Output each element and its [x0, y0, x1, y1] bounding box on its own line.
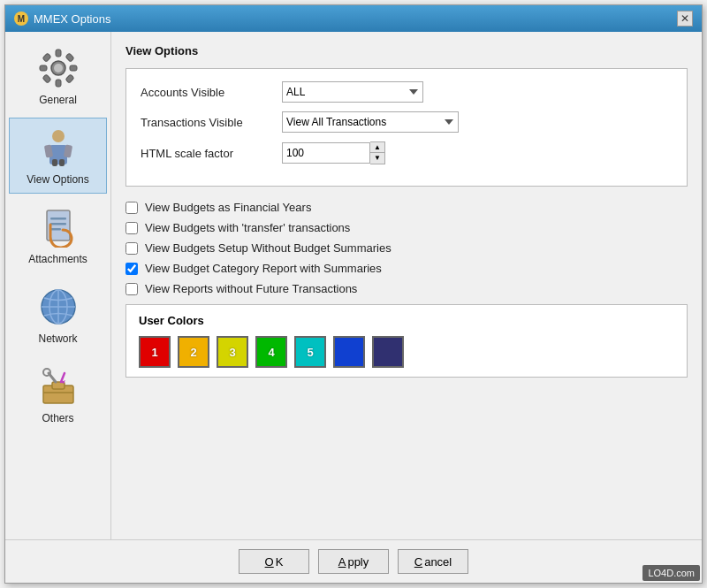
svg-rect-5	[42, 53, 51, 62]
sidebar-item-general[interactable]: General	[9, 38, 107, 114]
svg-rect-7	[42, 74, 51, 83]
user-colors-title: User Colors	[139, 314, 674, 327]
color-swatch-1[interactable]: 1	[139, 336, 171, 368]
sidebar-item-view-options-label: View Options	[27, 173, 88, 186]
view-options-icon	[36, 126, 80, 170]
window-title: MMEX Options	[34, 12, 110, 26]
svg-rect-18	[50, 223, 66, 225]
sidebar-item-general-label: General	[39, 94, 77, 106]
sidebar: General View Options	[5, 32, 111, 539]
content-area: View Options Accounts Visible ALL Open C…	[111, 32, 702, 539]
accounts-visible-row: Accounts Visible ALL Open Closed	[141, 81, 673, 103]
sidebar-item-view-options[interactable]: View Options	[9, 118, 107, 194]
user-colors-box: User Colors 1 2 3 4 5	[125, 304, 688, 378]
svg-point-10	[52, 130, 65, 142]
html-scale-row: HTML scale factor ▲ ▼	[141, 141, 673, 164]
sidebar-item-network-label: Network	[38, 332, 77, 345]
svg-line-29	[61, 373, 65, 382]
color-swatch-2[interactable]: 2	[178, 336, 209, 368]
cancel-rest: ancel	[424, 555, 452, 569]
checkboxes-section: View Budgets as Financial Years View Bud…	[125, 201, 688, 295]
spinner-down-button[interactable]: ▼	[370, 153, 384, 164]
checkbox-row-2: View Budgets with 'transfer' transaction…	[125, 221, 688, 234]
color-swatch-7[interactable]	[372, 336, 404, 368]
checkbox-row-5: View Reports without Future Transactions	[125, 282, 688, 295]
app-icon: M	[14, 11, 28, 26]
ok-button[interactable]: OK	[239, 549, 309, 574]
color-swatch-5[interactable]: 5	[294, 336, 326, 368]
checkbox-label-2[interactable]: View Budgets with 'transfer' transaction…	[145, 221, 350, 234]
section-title: View Options	[125, 44, 688, 57]
checkbox-label-5[interactable]: View Reports without Future Transactions	[145, 282, 357, 295]
sidebar-item-others[interactable]: Others	[9, 356, 107, 432]
ok-rest: K	[276, 555, 284, 569]
network-icon	[36, 285, 80, 329]
titlebar: M MMEX Options ✕	[5, 5, 702, 32]
spinner-buttons: ▲ ▼	[370, 141, 385, 164]
html-scale-input[interactable]	[282, 142, 370, 164]
view-options-box: Accounts Visible ALL Open Closed Transac…	[125, 68, 688, 187]
accounts-visible-select[interactable]: ALL Open Closed	[282, 81, 423, 103]
color-swatch-3[interactable]: 3	[217, 336, 248, 368]
checkbox-label-3[interactable]: View Budgets Setup Without Budget Summar…	[145, 241, 392, 255]
checkbox-row-3: View Budgets Setup Without Budget Summar…	[125, 241, 688, 255]
checkbox-row-4: View Budget Category Report with Summari…	[125, 262, 688, 275]
color-swatch-6[interactable]	[333, 336, 365, 368]
html-scale-label: HTML scale factor	[141, 147, 282, 160]
checkbox-transfer-transactions[interactable]	[125, 222, 138, 234]
cancel-button[interactable]: Cancel	[398, 549, 468, 574]
svg-rect-2	[56, 80, 61, 87]
svg-rect-17	[50, 218, 66, 220]
svg-point-9	[54, 64, 63, 73]
checkbox-label-4[interactable]: View Budget Category Report with Summari…	[145, 262, 382, 275]
apply-underline: A	[338, 555, 346, 569]
apply-rest: pply	[347, 555, 369, 569]
html-scale-spinner: ▲ ▼	[282, 141, 385, 164]
checkbox-financial-years[interactable]	[125, 202, 138, 214]
svg-rect-1	[56, 50, 61, 57]
transactions-visible-select[interactable]: View All Transactions Last 30 Days Last …	[282, 111, 459, 133]
apply-button[interactable]: Apply	[318, 549, 389, 574]
color-swatches: 1 2 3 4 5	[139, 336, 674, 368]
titlebar-left: M MMEX Options	[14, 11, 110, 26]
svg-rect-6	[65, 53, 74, 62]
checkbox-future-transactions[interactable]	[125, 283, 138, 295]
color-swatch-4[interactable]: 4	[255, 336, 287, 368]
bottom-bar: OK Apply Cancel	[5, 539, 702, 583]
svg-rect-8	[65, 74, 74, 83]
checkbox-row-1: View Budgets as Financial Years	[125, 201, 688, 214]
sidebar-item-attachments-label: Attachments	[28, 253, 87, 265]
sidebar-item-attachments[interactable]: Attachments	[9, 197, 107, 273]
svg-rect-14	[52, 159, 57, 166]
checkbox-category-report[interactable]	[125, 263, 138, 275]
main-window: M MMEX Options ✕	[4, 4, 703, 584]
attachments-icon	[36, 205, 80, 249]
svg-rect-4	[70, 65, 77, 71]
cancel-underline: C	[414, 555, 422, 569]
transactions-visible-label: Transactions Visible	[141, 116, 282, 129]
svg-rect-15	[59, 159, 65, 166]
checkbox-without-summaries[interactable]	[125, 242, 138, 255]
accounts-visible-label: Accounts Visible	[141, 86, 282, 99]
transactions-visible-row: Transactions Visible View All Transactio…	[141, 111, 673, 133]
main-content: General View Options	[5, 32, 702, 539]
ok-underline: O	[265, 555, 274, 569]
close-button[interactable]: ✕	[677, 11, 693, 27]
sidebar-item-others-label: Others	[42, 412, 73, 424]
svg-rect-19	[50, 228, 61, 231]
checkbox-label-1[interactable]: View Budgets as Financial Years	[145, 201, 311, 214]
svg-rect-3	[40, 65, 47, 71]
sidebar-item-network[interactable]: Network	[9, 277, 107, 353]
gear-icon	[36, 46, 80, 90]
others-icon	[36, 364, 80, 409]
spinner-up-button[interactable]: ▲	[370, 142, 384, 153]
